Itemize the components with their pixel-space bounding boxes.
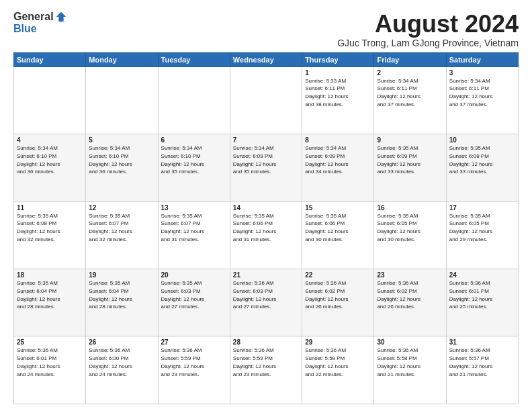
day-cell: 3Sunrise: 5:34 AM Sunset: 6:11 PM Daylig…: [446, 66, 518, 134]
day-cell: 14Sunrise: 5:35 AM Sunset: 6:06 PM Dayli…: [230, 201, 302, 269]
day-info: Sunrise: 5:34 AM Sunset: 6:09 PM Dayligh…: [233, 145, 276, 175]
day-info: Sunrise: 5:35 AM Sunset: 6:09 PM Dayligh…: [377, 145, 420, 175]
day-cell: 12Sunrise: 5:35 AM Sunset: 6:07 PM Dayli…: [86, 201, 158, 269]
day-number: 1: [305, 69, 371, 77]
col-thursday: Thursday: [302, 52, 374, 66]
day-cell: 19Sunrise: 5:35 AM Sunset: 6:04 PM Dayli…: [86, 269, 158, 336]
day-info: Sunrise: 5:35 AM Sunset: 6:03 PM Dayligh…: [161, 280, 204, 310]
day-info: Sunrise: 5:36 AM Sunset: 6:00 PM Dayligh…: [89, 347, 132, 377]
col-wednesday: Wednesday: [230, 52, 302, 66]
day-cell: 7Sunrise: 5:34 AM Sunset: 6:09 PM Daylig…: [230, 134, 302, 201]
day-info: Sunrise: 5:35 AM Sunset: 6:05 PM Dayligh…: [377, 213, 420, 242]
day-number: 28: [233, 338, 299, 346]
day-cell: 21Sunrise: 5:36 AM Sunset: 6:03 PM Dayli…: [230, 269, 302, 336]
day-number: 8: [305, 136, 371, 144]
day-cell: 4Sunrise: 5:34 AM Sunset: 6:10 PM Daylig…: [14, 134, 86, 201]
day-number: 2: [377, 69, 443, 77]
day-cell: 24Sunrise: 5:36 AM Sunset: 6:01 PM Dayli…: [446, 269, 518, 336]
day-cell: 2Sunrise: 5:34 AM Sunset: 6:11 PM Daylig…: [374, 66, 446, 134]
logo-blue-text: Blue: [13, 23, 37, 35]
day-number: 27: [161, 338, 227, 346]
day-number: 26: [89, 338, 154, 346]
day-cell: 9Sunrise: 5:35 AM Sunset: 6:09 PM Daylig…: [374, 134, 446, 201]
week-row-3: 11Sunrise: 5:35 AM Sunset: 6:08 PM Dayli…: [14, 201, 519, 269]
day-info: Sunrise: 5:36 AM Sunset: 6:03 PM Dayligh…: [233, 280, 276, 310]
day-cell: 5Sunrise: 5:34 AM Sunset: 6:10 PM Daylig…: [86, 134, 158, 201]
day-info: Sunrise: 5:35 AM Sunset: 6:08 PM Dayligh…: [449, 145, 492, 175]
title-area: August 2024 GJuc Trong, Lam GJong Provin…: [337, 11, 519, 48]
day-number: 24: [449, 271, 515, 279]
week-row-1: 1Sunrise: 5:33 AM Sunset: 6:11 PM Daylig…: [14, 66, 519, 134]
day-info: Sunrise: 5:33 AM Sunset: 6:11 PM Dayligh…: [305, 78, 348, 107]
day-number: 23: [377, 271, 443, 279]
week-row-5: 25Sunrise: 5:36 AM Sunset: 6:01 PM Dayli…: [14, 336, 519, 404]
month-title: August 2024: [337, 11, 519, 38]
day-number: 11: [17, 204, 83, 212]
col-friday: Friday: [374, 52, 446, 66]
page: General Blue August 2024 GJuc Trong, Lam…: [0, 0, 532, 411]
day-number: 29: [305, 338, 371, 346]
day-info: Sunrise: 5:35 AM Sunset: 6:06 PM Dayligh…: [305, 213, 348, 242]
day-number: 30: [377, 338, 443, 346]
day-info: Sunrise: 5:36 AM Sunset: 5:59 PM Dayligh…: [233, 347, 276, 377]
location: GJuc Trong, Lam GJong Province, Vietnam: [337, 38, 519, 48]
day-cell: 17Sunrise: 5:35 AM Sunset: 6:05 PM Dayli…: [446, 201, 518, 269]
day-cell: [230, 66, 302, 134]
col-sunday: Sunday: [14, 52, 86, 66]
day-cell: 10Sunrise: 5:35 AM Sunset: 6:08 PM Dayli…: [446, 134, 518, 201]
day-cell: 22Sunrise: 5:36 AM Sunset: 6:02 PM Dayli…: [302, 269, 374, 336]
day-cell: 31Sunrise: 5:36 AM Sunset: 5:57 PM Dayli…: [446, 336, 518, 404]
day-cell: 30Sunrise: 5:36 AM Sunset: 5:58 PM Dayli…: [374, 336, 446, 404]
day-info: Sunrise: 5:34 AM Sunset: 6:10 PM Dayligh…: [17, 145, 60, 175]
day-cell: 29Sunrise: 5:36 AM Sunset: 5:58 PM Dayli…: [302, 336, 374, 404]
day-cell: 1Sunrise: 5:33 AM Sunset: 6:11 PM Daylig…: [302, 66, 374, 134]
day-number: 18: [17, 271, 83, 279]
day-number: 5: [89, 136, 154, 144]
day-cell: 16Sunrise: 5:35 AM Sunset: 6:05 PM Dayli…: [374, 201, 446, 269]
day-number: 4: [17, 136, 83, 144]
day-cell: 28Sunrise: 5:36 AM Sunset: 5:59 PM Dayli…: [230, 336, 302, 404]
day-number: 13: [161, 204, 227, 212]
day-cell: [158, 66, 230, 134]
day-number: 12: [89, 204, 154, 212]
logo-icon: [55, 11, 67, 23]
col-saturday: Saturday: [446, 52, 518, 66]
week-row-2: 4Sunrise: 5:34 AM Sunset: 6:10 PM Daylig…: [14, 134, 519, 201]
day-number: 31: [449, 338, 515, 346]
day-info: Sunrise: 5:35 AM Sunset: 6:04 PM Dayligh…: [17, 280, 60, 310]
day-cell: 15Sunrise: 5:35 AM Sunset: 6:06 PM Dayli…: [302, 201, 374, 269]
day-number: 9: [377, 136, 443, 144]
day-number: 6: [161, 136, 227, 144]
day-info: Sunrise: 5:36 AM Sunset: 6:01 PM Dayligh…: [17, 347, 60, 377]
week-row-4: 18Sunrise: 5:35 AM Sunset: 6:04 PM Dayli…: [14, 269, 519, 336]
day-cell: 13Sunrise: 5:35 AM Sunset: 6:07 PM Dayli…: [158, 201, 230, 269]
day-info: Sunrise: 5:35 AM Sunset: 6:05 PM Dayligh…: [449, 213, 492, 242]
day-number: 16: [377, 204, 443, 212]
day-info: Sunrise: 5:36 AM Sunset: 6:02 PM Dayligh…: [305, 280, 348, 310]
day-info: Sunrise: 5:34 AM Sunset: 6:10 PM Dayligh…: [89, 145, 132, 175]
day-info: Sunrise: 5:36 AM Sunset: 5:57 PM Dayligh…: [449, 347, 492, 377]
day-cell: 11Sunrise: 5:35 AM Sunset: 6:08 PM Dayli…: [14, 201, 86, 269]
day-number: 14: [233, 204, 299, 212]
day-info: Sunrise: 5:36 AM Sunset: 5:58 PM Dayligh…: [377, 347, 420, 377]
day-info: Sunrise: 5:34 AM Sunset: 6:11 PM Dayligh…: [449, 78, 492, 107]
day-number: 10: [449, 136, 515, 144]
header-row: Sunday Monday Tuesday Wednesday Thursday…: [14, 52, 519, 66]
day-info: Sunrise: 5:35 AM Sunset: 6:04 PM Dayligh…: [89, 280, 132, 310]
day-number: 15: [305, 204, 371, 212]
day-cell: 8Sunrise: 5:34 AM Sunset: 6:09 PM Daylig…: [302, 134, 374, 201]
day-number: 7: [233, 136, 299, 144]
col-tuesday: Tuesday: [158, 52, 230, 66]
day-cell: 26Sunrise: 5:36 AM Sunset: 6:00 PM Dayli…: [86, 336, 158, 404]
day-number: 22: [305, 271, 371, 279]
calendar-table: Sunday Monday Tuesday Wednesday Thursday…: [13, 52, 519, 404]
day-cell: 27Sunrise: 5:36 AM Sunset: 5:59 PM Dayli…: [158, 336, 230, 404]
day-cell: 25Sunrise: 5:36 AM Sunset: 6:01 PM Dayli…: [14, 336, 86, 404]
day-info: Sunrise: 5:34 AM Sunset: 6:09 PM Dayligh…: [305, 145, 348, 175]
col-monday: Monday: [86, 52, 158, 66]
day-cell: [14, 66, 86, 134]
day-info: Sunrise: 5:36 AM Sunset: 6:02 PM Dayligh…: [377, 280, 420, 310]
day-number: 25: [17, 338, 83, 346]
day-info: Sunrise: 5:35 AM Sunset: 6:06 PM Dayligh…: [233, 213, 276, 242]
day-cell: 6Sunrise: 5:34 AM Sunset: 6:10 PM Daylig…: [158, 134, 230, 201]
